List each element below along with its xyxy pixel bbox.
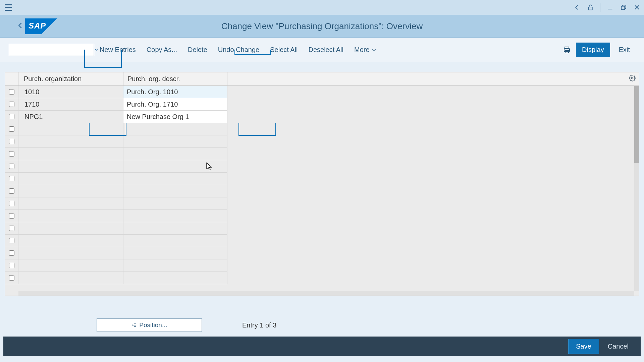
row-checkbox-cell[interactable] — [5, 210, 18, 222]
descr-cell[interactable] — [123, 222, 227, 235]
row-checkbox-cell[interactable] — [5, 160, 18, 173]
svg-point-9 — [632, 77, 633, 79]
table-settings-icon[interactable] — [626, 75, 639, 83]
command-input[interactable] — [9, 46, 94, 53]
command-field[interactable] — [9, 44, 94, 56]
row-checkbox-cell[interactable] — [5, 197, 18, 210]
row-checkbox-cell[interactable] — [5, 185, 18, 197]
row-checkbox[interactable] — [9, 176, 14, 181]
deselect-all-button[interactable]: Deselect All — [303, 43, 349, 56]
descr-cell[interactable]: Purch. Org. 1010 — [123, 86, 227, 98]
table-row — [5, 135, 634, 148]
row-checkbox[interactable] — [9, 275, 14, 281]
descr-cell[interactable] — [123, 210, 227, 222]
row-checkbox[interactable] — [9, 226, 14, 231]
org-cell[interactable] — [18, 160, 123, 173]
page-title: Change View "Purchasing Organizations": … — [221, 21, 423, 32]
back-nav-icon[interactable] — [573, 4, 581, 11]
row-checkbox[interactable] — [9, 151, 14, 157]
org-cell[interactable] — [18, 222, 123, 235]
descr-cell[interactable] — [123, 123, 227, 135]
row-checkbox[interactable] — [9, 201, 14, 206]
descr-cell[interactable] — [123, 272, 227, 284]
descr-cell[interactable] — [123, 160, 227, 173]
org-cell[interactable] — [18, 247, 123, 259]
scrollbar-thumb[interactable] — [634, 86, 639, 163]
save-button[interactable]: Save — [568, 339, 599, 354]
org-cell[interactable] — [18, 259, 123, 272]
table-row: 1710Purch. Org. 1710 — [5, 98, 634, 111]
print-icon[interactable] — [561, 44, 573, 56]
row-checkbox-cell[interactable] — [5, 148, 18, 160]
row-checkbox[interactable] — [9, 102, 14, 107]
row-checkbox-cell[interactable] — [5, 247, 18, 259]
row-checkbox[interactable] — [9, 126, 14, 132]
display-button[interactable]: Display — [576, 43, 610, 57]
row-checkbox-cell[interactable] — [5, 272, 18, 284]
descr-cell[interactable]: Purch. Org. 1710 — [123, 98, 227, 111]
row-checkbox-cell[interactable] — [5, 98, 18, 111]
row-checkbox-cell[interactable] — [5, 173, 18, 185]
descr-cell[interactable] — [123, 259, 227, 272]
org-cell[interactable] — [18, 123, 123, 135]
vertical-scrollbar[interactable] — [634, 86, 639, 291]
descr-cell[interactable] — [123, 173, 227, 185]
row-checkbox-cell[interactable] — [5, 123, 18, 135]
org-cell[interactable] — [18, 173, 123, 185]
row-checkbox[interactable] — [9, 114, 14, 119]
descr-cell[interactable] — [123, 235, 227, 247]
delete-button[interactable]: Delete — [182, 43, 213, 56]
row-checkbox-cell[interactable] — [5, 259, 18, 272]
row-checkbox[interactable] — [9, 89, 14, 95]
row-checkbox[interactable] — [9, 250, 14, 256]
org-cell[interactable] — [18, 235, 123, 247]
close-icon[interactable] — [633, 4, 641, 11]
row-checkbox-cell[interactable] — [5, 235, 18, 247]
org-cell[interactable] — [18, 148, 123, 160]
more-button[interactable]: More — [349, 43, 382, 56]
org-cell[interactable]: NPG1 — [18, 111, 123, 123]
org-cell[interactable] — [18, 197, 123, 210]
org-cell[interactable] — [18, 135, 123, 148]
select-all-header[interactable] — [5, 72, 18, 85]
restore-icon[interactable] — [620, 4, 627, 11]
copy-as-button[interactable]: Copy As... — [141, 43, 182, 56]
cancel-button[interactable]: Cancel — [602, 339, 635, 354]
empty-cell — [227, 135, 634, 148]
horizontal-scrollbar[interactable] — [18, 291, 634, 296]
row-checkbox[interactable] — [9, 263, 14, 268]
org-cell[interactable] — [18, 185, 123, 197]
table-row: 1010Purch. Org. 1010 — [5, 86, 634, 98]
descr-cell[interactable] — [123, 197, 227, 210]
minimize-icon[interactable] — [606, 4, 614, 11]
org-cell[interactable]: 1010 — [18, 86, 123, 98]
row-checkbox-cell[interactable] — [5, 222, 18, 235]
col-header-descr[interactable]: Purch. org. descr. — [123, 72, 227, 85]
menu-hamburger-icon[interactable] — [3, 2, 13, 12]
row-checkbox-cell[interactable] — [5, 86, 18, 98]
position-label: Position... — [139, 321, 167, 329]
row-checkbox-cell[interactable] — [5, 111, 18, 123]
back-button[interactable] — [0, 21, 17, 32]
row-checkbox[interactable] — [9, 164, 14, 169]
org-cell[interactable]: 1710 — [18, 98, 123, 111]
exit-button[interactable]: Exit — [613, 43, 635, 56]
row-checkbox[interactable] — [9, 238, 14, 243]
col-header-org[interactable]: Purch. organization — [18, 72, 123, 85]
row-checkbox[interactable] — [9, 213, 14, 219]
descr-cell[interactable] — [123, 135, 227, 148]
descr-cell[interactable]: New Purchase Org 1 — [123, 111, 227, 123]
descr-cell[interactable] — [123, 185, 227, 197]
org-cell[interactable] — [18, 272, 123, 284]
descr-cell[interactable] — [123, 247, 227, 259]
descr-cell[interactable] — [123, 148, 227, 160]
position-button[interactable]: Position... — [97, 318, 202, 332]
empty-cell — [227, 197, 634, 210]
empty-cell — [227, 173, 634, 185]
table-row — [5, 173, 634, 185]
row-checkbox-cell[interactable] — [5, 135, 18, 148]
org-cell[interactable] — [18, 210, 123, 222]
lock-icon[interactable] — [587, 4, 594, 11]
row-checkbox[interactable] — [9, 139, 14, 144]
row-checkbox[interactable] — [9, 188, 14, 194]
